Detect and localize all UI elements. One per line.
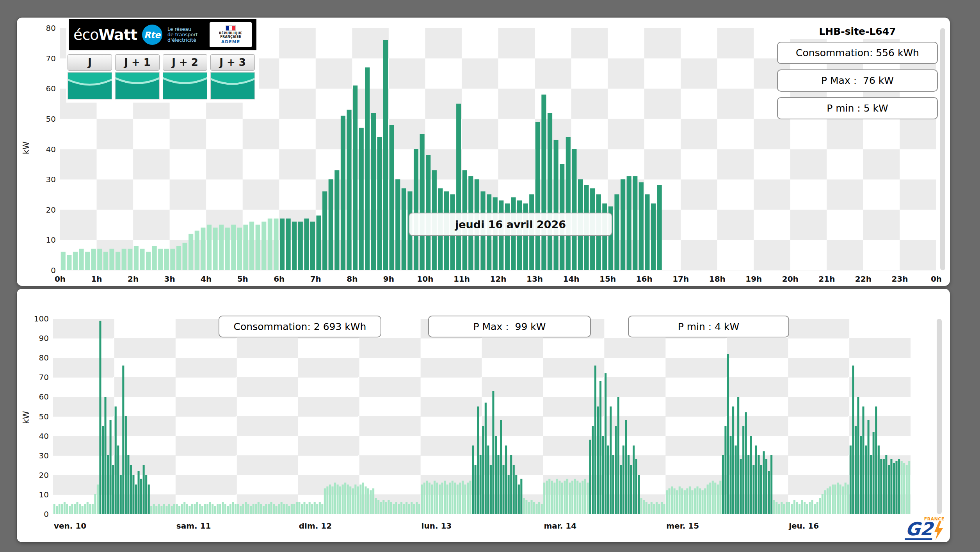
bar	[702, 490, 704, 514]
chart-date-label: jeudi 16 avril 2026	[409, 213, 612, 236]
bar	[109, 249, 114, 270]
bar	[322, 191, 327, 270]
bar	[587, 483, 589, 514]
bar	[170, 249, 175, 270]
ecowatt-forecast-tile	[115, 72, 160, 99]
bar	[222, 502, 224, 514]
bar	[671, 486, 673, 514]
bar	[309, 502, 311, 514]
bar	[571, 481, 573, 514]
tab-day-j3[interactable]: J + 3	[210, 54, 255, 99]
x-tick-label: 18h	[709, 274, 726, 284]
bar	[191, 504, 193, 514]
bar	[735, 446, 737, 514]
bar	[165, 506, 167, 514]
bar	[120, 475, 122, 514]
bar	[845, 483, 847, 514]
bar	[663, 504, 665, 514]
bar	[212, 504, 213, 514]
bar	[536, 504, 538, 514]
bar	[334, 170, 339, 270]
bar	[385, 502, 387, 514]
bar	[128, 249, 132, 270]
ecowatt-forecast-tile-graphic	[68, 73, 112, 99]
bar	[206, 504, 208, 514]
g2e-logo: G2 FRANCE	[905, 517, 944, 540]
bar	[727, 354, 729, 514]
tab-day-j[interactable]: J	[68, 54, 112, 99]
bar	[684, 490, 686, 514]
x-tick-label: 11h	[454, 274, 470, 284]
bar	[551, 481, 553, 514]
bar	[416, 502, 418, 514]
bar	[400, 502, 402, 514]
x-tick-label: 12h	[490, 274, 506, 284]
bar	[658, 504, 660, 514]
bar	[898, 459, 900, 514]
bar	[370, 490, 372, 514]
tab-day-j2[interactable]: J + 2	[163, 54, 207, 99]
weekly-chart-scrollbar[interactable]	[937, 319, 942, 514]
x-tick-label: 14h	[563, 274, 580, 284]
bar	[901, 461, 903, 514]
bar	[168, 504, 170, 514]
bar	[66, 504, 68, 514]
bar	[666, 490, 668, 514]
bar	[181, 504, 183, 514]
bar	[870, 455, 872, 514]
bar	[605, 373, 606, 514]
bar	[209, 502, 211, 514]
bar	[349, 486, 351, 514]
bar	[204, 504, 206, 514]
bar	[676, 490, 678, 514]
bar	[176, 504, 178, 514]
bar	[115, 406, 117, 514]
bar	[352, 488, 354, 514]
bar	[390, 125, 394, 270]
bar	[225, 228, 230, 270]
tab-day-j2-label: J + 2	[163, 54, 207, 71]
tab-day-j1[interactable]: J + 1	[115, 54, 160, 99]
daily-chart-scrollbar[interactable]	[940, 28, 945, 270]
bar	[633, 446, 635, 514]
bar	[444, 481, 446, 514]
bar	[347, 485, 349, 514]
y-tick-label: 50	[28, 114, 56, 124]
bar	[592, 426, 594, 514]
ecowatt-forecast-tile	[210, 72, 255, 99]
bar	[421, 485, 423, 514]
bar	[243, 225, 248, 270]
bar	[906, 465, 908, 514]
ecowatt-wordmark-light: éco	[73, 26, 99, 43]
bar	[377, 500, 379, 514]
bar	[691, 490, 693, 514]
bar	[646, 502, 647, 514]
ecowatt-forecast-tile-graphic	[116, 73, 159, 99]
bar	[758, 455, 759, 514]
bar	[326, 486, 328, 514]
bar	[112, 465, 114, 514]
bar	[847, 485, 849, 514]
x-tick-label: 0h	[55, 274, 66, 284]
bar	[276, 506, 277, 514]
bar	[541, 504, 543, 514]
bar	[875, 406, 877, 514]
bar	[722, 455, 724, 514]
bar	[615, 426, 617, 514]
bar	[533, 502, 535, 514]
y-tick-label: 90	[21, 334, 49, 343]
bar	[286, 504, 288, 514]
bar	[441, 483, 443, 514]
bar	[806, 504, 808, 514]
bar	[150, 506, 152, 514]
x-tick-label: 7h	[310, 274, 321, 284]
bar	[278, 504, 280, 514]
x-tick-label: 19h	[745, 274, 762, 284]
bar	[712, 481, 714, 514]
bar	[104, 397, 106, 514]
bar	[130, 465, 132, 514]
bar	[617, 397, 619, 514]
y-tick-label: 30	[21, 451, 49, 460]
bar	[255, 504, 257, 514]
bar	[520, 479, 522, 514]
